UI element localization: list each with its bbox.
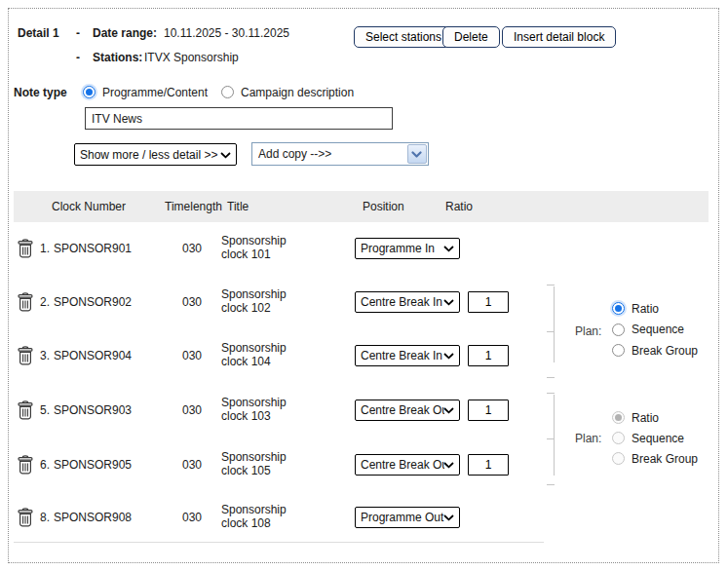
- clock-number: SPONSOR902: [54, 295, 132, 309]
- plan2-ratio-radio[interactable]: [612, 411, 625, 424]
- col-title: Title: [227, 200, 249, 213]
- timelength: 030: [168, 511, 216, 524]
- position-select[interactable]: Programme In: [355, 238, 460, 259]
- timelength: 030: [168, 295, 216, 309]
- bracket-tick: [547, 331, 555, 332]
- row-number: 8.: [40, 511, 50, 524]
- plan1-ratio-radio[interactable]: [612, 302, 625, 315]
- position-select-wrap: Centre Break Out: [355, 400, 460, 421]
- position-select[interactable]: Centre Break In: [355, 345, 460, 366]
- show-detail-select[interactable]: Show more / less detail >>: [74, 143, 237, 166]
- plan2-sequence-radio[interactable]: [612, 432, 625, 444]
- bracket-tick: [547, 484, 555, 485]
- bracket-tick: [547, 285, 555, 286]
- trash-icon[interactable]: [17, 239, 34, 258]
- programme-content-radio[interactable]: [83, 86, 96, 98]
- position-select[interactable]: Centre Break Out: [355, 454, 460, 476]
- row-number: 1.: [40, 242, 50, 255]
- clock-number: SPONSOR903: [54, 403, 132, 417]
- note-type-label: Note type: [14, 86, 67, 99]
- clock-title: Sponsorship clock 101: [221, 235, 299, 261]
- trash-icon[interactable]: [17, 455, 34, 475]
- col-position: Position: [363, 200, 404, 213]
- table-row: 8. SPONSOR908 030 Sponsorship clock 108 …: [14, 496, 709, 539]
- plan2-ratio-label: Ratio: [632, 411, 659, 425]
- row-number: 2.: [40, 295, 50, 309]
- programme-content-label: Programme/Content: [102, 86, 208, 99]
- date-range-label: Date range:: [93, 26, 157, 40]
- clock-title: Sponsorship clock 105: [221, 451, 299, 477]
- row-number: 3.: [40, 349, 50, 362]
- trash-icon[interactable]: [17, 346, 34, 365]
- trash-icon[interactable]: [17, 292, 34, 312]
- ratio-input[interactable]: [468, 291, 509, 313]
- table-header: Clock Number Timelength Title Position R…: [14, 191, 709, 222]
- timelength: 030: [168, 349, 216, 362]
- clock-number: SPONSOR904: [54, 349, 132, 362]
- position-select-wrap: Centre Break In: [355, 345, 460, 366]
- plan2-break-group-label: Break Group: [632, 452, 698, 466]
- col-timelength: Timelength: [165, 200, 222, 213]
- select-stations-button[interactable]: Select stations: [354, 26, 453, 48]
- stations-label: Stations:: [93, 51, 142, 64]
- plan-label: Plan:: [575, 324, 601, 338]
- delete-button[interactable]: Delete: [442, 26, 500, 48]
- row-number: 6.: [40, 458, 50, 472]
- clock-title: Sponsorship clock 102: [221, 288, 299, 315]
- stations-value: ITVX Sponsorship: [144, 51, 239, 64]
- clock-number: SPONSOR901: [54, 242, 132, 255]
- note-text-input[interactable]: [85, 107, 393, 130]
- bracket-line: [554, 286, 555, 362]
- timelength: 030: [168, 403, 216, 417]
- table-row: 6. SPONSOR905 030 Sponsorship clock 105 …: [14, 443, 709, 486]
- campaign-description-label: Campaign description: [241, 86, 354, 99]
- position-select[interactable]: Centre Break Out: [355, 400, 460, 421]
- plan1-break-group-radio[interactable]: [612, 344, 625, 357]
- table-row: 1. SPONSOR901 030 Sponsorship clock 101 …: [14, 227, 709, 270]
- table-row: 5. SPONSOR903 030 Sponsorship clock 103 …: [14, 389, 709, 432]
- ratio-input[interactable]: [468, 454, 509, 476]
- position-select[interactable]: Programme Out: [355, 507, 460, 528]
- campaign-description-radio[interactable]: [221, 86, 234, 98]
- clock-number: SPONSOR908: [54, 511, 132, 524]
- dash: -: [76, 51, 80, 64]
- trash-icon[interactable]: [17, 508, 34, 527]
- clock-title: Sponsorship clock 103: [221, 397, 299, 423]
- plan1-sequence-radio[interactable]: [612, 324, 625, 336]
- table-bottom-divider: [14, 542, 544, 543]
- position-select-wrap: Centre Break Out: [355, 454, 460, 476]
- bracket-line: [554, 395, 555, 476]
- trash-icon[interactable]: [17, 400, 34, 420]
- plan1-break-group-label: Break Group: [632, 344, 698, 358]
- ratio-input[interactable]: [468, 345, 509, 366]
- detail-title: Detail 1: [18, 26, 59, 40]
- position-select[interactable]: Centre Break In: [355, 291, 460, 313]
- plan1-sequence-label: Sequence: [632, 323, 684, 336]
- col-ratio: Ratio: [445, 200, 473, 213]
- bracket-tick: [547, 438, 555, 439]
- plan-label: Plan:: [575, 432, 601, 445]
- position-select-wrap: Centre Break In: [355, 291, 460, 313]
- add-copy-select[interactable]: Add copy -->>: [251, 142, 429, 166]
- table-row: 3. SPONSOR904 030 Sponsorship clock 104 …: [14, 334, 709, 377]
- date-range-value: 10.11.2025 - 30.11.2025: [164, 26, 289, 40]
- position-select-wrap: Programme In: [355, 238, 460, 259]
- plan2-break-group-radio[interactable]: [612, 452, 625, 465]
- col-clock-number: Clock Number: [52, 200, 126, 213]
- add-copy-select-wrap: Add copy -->>: [251, 142, 429, 166]
- plan1-ratio-label: Ratio: [632, 302, 659, 316]
- timelength: 030: [168, 458, 216, 472]
- row-number: 5.: [40, 403, 50, 417]
- ratio-input[interactable]: [468, 400, 509, 421]
- position-select-wrap: Programme Out: [355, 507, 460, 528]
- dash: -: [76, 26, 80, 40]
- clock-title: Sponsorship clock 108: [221, 504, 299, 530]
- bracket-tick: [547, 377, 555, 378]
- table-row: 2. SPONSOR902 030 Sponsorship clock 102 …: [14, 281, 709, 324]
- timelength: 030: [168, 242, 216, 255]
- detail-block-panel: Detail 1 - Date range: 10.11.2025 - 30.1…: [0, 0, 728, 571]
- clock-number: SPONSOR905: [54, 458, 132, 472]
- insert-detail-block-button[interactable]: Insert detail block: [502, 26, 616, 48]
- show-detail-select-wrap: Show more / less detail >>: [74, 143, 237, 166]
- clock-title: Sponsorship clock 104: [221, 342, 299, 368]
